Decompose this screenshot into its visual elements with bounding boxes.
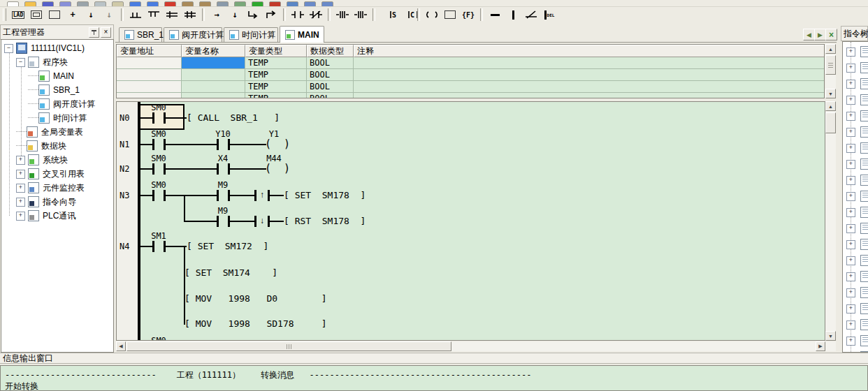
tab-scroll-left-button[interactable]: ◀: [803, 29, 815, 40]
stop-icon[interactable]: [269, 1, 281, 7]
ladder-hscrollbar[interactable]: ◀ ▶: [116, 341, 825, 351]
tree-item-[interactable]: +系统块: [16, 153, 68, 167]
vartable-cell[interactable]: TEMP: [245, 81, 307, 93]
open-icon[interactable]: [24, 1, 36, 7]
vartable-scrollbar[interactable]: ▲ ▼: [825, 44, 836, 98]
ladder-contact[interactable]: [152, 112, 166, 124]
instruction-tree-expander[interactable]: +: [846, 128, 855, 137]
ladder-instruction[interactable]: [ SET SM172 ]: [187, 241, 268, 252]
tab-close-button[interactable]: ×: [825, 29, 837, 40]
vartable-cell[interactable]: TEMP: [245, 93, 307, 98]
instruction-tree-item[interactable]: +: [843, 205, 868, 219]
instruction-tree-item[interactable]: +: [843, 286, 868, 300]
ladder-coil[interactable]: ( ): [265, 138, 290, 150]
tree-item-plc[interactable]: +PLC通讯: [16, 209, 75, 223]
instruction-tree-expander[interactable]: +: [846, 80, 855, 89]
insert-row-tool[interactable]: ↓: [82, 8, 99, 22]
insert-cell-tool[interactable]: [28, 8, 45, 22]
vartable-scroll-thumb[interactable]: [825, 55, 836, 75]
tree-item-sbr_1[interactable]: SBR_1: [28, 83, 80, 97]
ladder-editor[interactable]: N0SM0[ CALL SBR_1 ]N1SM0Y10( )Y1N2SM0X4(…: [116, 101, 825, 341]
delete-vline-tool[interactable]: DEL: [541, 8, 558, 22]
ladder-coil[interactable]: ( ): [265, 162, 290, 175]
tree-expander[interactable]: −: [4, 44, 13, 53]
instruction-tree-expander[interactable]: +: [846, 224, 855, 233]
delete-icon[interactable]: [164, 1, 176, 7]
ladder-instruction[interactable]: [ SET SM174 ]: [185, 267, 277, 279]
ladder-vscroll-thumb[interactable]: [825, 112, 836, 133]
tree-item-[interactable]: 阀开度计算: [28, 97, 95, 111]
insert-vline1-tool[interactable]: [127, 8, 144, 22]
ladder-scroll-up-button[interactable]: ▲: [825, 101, 836, 111]
tree-expander[interactable]: +: [16, 198, 25, 207]
instruction-tree-item[interactable]: +: [843, 221, 868, 235]
instruction-tree-expander[interactable]: +: [846, 320, 855, 330]
ladder-contact[interactable]: [217, 139, 230, 150]
tree-expander[interactable]: −: [16, 58, 25, 67]
instruction-tree-expander[interactable]: +: [846, 112, 855, 121]
f-box-tool[interactable]: {F}: [460, 8, 477, 22]
find-next-icon[interactable]: [199, 1, 211, 7]
vartable-cell[interactable]: [117, 69, 182, 81]
vartable-cell[interactable]: [354, 69, 825, 81]
contact-rising-tool[interactable]: [334, 8, 351, 22]
ladder-contact[interactable]: [152, 163, 166, 175]
vartable-header-0[interactable]: 变量地址: [117, 45, 182, 57]
instruction-tree-item[interactable]: +: [843, 77, 868, 91]
tree-item-111111ivc1l[interactable]: −111111(IVC1L): [4, 41, 85, 55]
run-icon[interactable]: [252, 1, 263, 7]
vartable-cell[interactable]: [182, 57, 245, 69]
ladder-contact[interactable]: [152, 241, 166, 252]
vartable-cell[interactable]: [182, 93, 245, 98]
close-panel-button[interactable]: ×: [101, 27, 111, 38]
vartable-cell[interactable]: TEMP: [245, 57, 307, 69]
vartable-cell[interactable]: [117, 81, 182, 93]
vartable-scroll-down-button[interactable]: ▼: [825, 89, 836, 98]
save-all-icon[interactable]: [59, 1, 71, 7]
instruction-tree-expander[interactable]: +: [846, 144, 855, 153]
function-box-tool[interactable]: [442, 8, 458, 22]
vartable-cell[interactable]: [117, 93, 182, 98]
arrow-down-tool[interactable]: ↓: [226, 8, 243, 22]
vartable-cell[interactable]: [354, 57, 825, 69]
redo-icon[interactable]: [147, 1, 159, 7]
instruction-tree-item[interactable]: +: [843, 270, 868, 283]
vartable-cell[interactable]: BOOL: [307, 81, 354, 93]
instruction-tree-expander[interactable]: +: [846, 47, 855, 57]
vartable-cell[interactable]: [182, 69, 245, 81]
contact-no-tool[interactable]: [289, 8, 306, 22]
ladder-contact[interactable]: [217, 163, 230, 175]
tab-main[interactable]: MAIN: [280, 26, 324, 43]
instruction-tree-expander[interactable]: +: [846, 96, 855, 105]
vartable-cell[interactable]: BOOL: [307, 69, 354, 81]
save-icon[interactable]: [42, 1, 54, 7]
instruction-tree-item[interactable]: +: [843, 318, 868, 332]
tree-item-[interactable]: −程序块: [16, 55, 68, 69]
instruction-tree-item[interactable]: +: [843, 302, 868, 316]
vartable-cell[interactable]: [354, 93, 825, 98]
download-icon[interactable]: [234, 1, 246, 7]
tree-item-[interactable]: +元件监控表: [16, 181, 85, 195]
instruction-tree-item[interactable]: +: [843, 189, 868, 203]
vartable-header-1[interactable]: 变量名称: [182, 45, 245, 57]
ladder-scroll-right-button[interactable]: ▶: [816, 341, 825, 351]
insert-plus-tool[interactable]: +: [64, 8, 81, 22]
lad-mode-tool[interactable]: LAD: [10, 8, 27, 22]
vartable-cell[interactable]: BOOL: [307, 57, 354, 69]
arrow-up-right-tool[interactable]: [263, 8, 280, 22]
vartable-header-4[interactable]: 注释: [354, 45, 825, 57]
instruction-tree-item[interactable]: +: [843, 141, 868, 155]
s-contact-tool[interactable]: S: [379, 8, 396, 22]
ladder-vscrollbar[interactable]: ▲ ▼: [825, 101, 836, 341]
hline-tool[interactable]: [486, 8, 503, 22]
cell-box-tool[interactable]: [46, 8, 63, 22]
instruction-tree-expander[interactable]: +: [846, 337, 855, 346]
vartable-cell[interactable]: [182, 81, 245, 93]
output-message-area[interactable]: ------------------------------ 工程（111111…: [0, 365, 868, 391]
instruction-tree-expander[interactable]: +: [846, 304, 855, 313]
ladder-scroll-left-button[interactable]: ◀: [116, 341, 126, 351]
instruction-tree-expander[interactable]: +: [846, 160, 855, 169]
instruction-tree-item[interactable]: +: [843, 93, 868, 107]
delete-line-tool[interactable]: [523, 8, 540, 22]
pin-button[interactable]: [89, 27, 99, 38]
